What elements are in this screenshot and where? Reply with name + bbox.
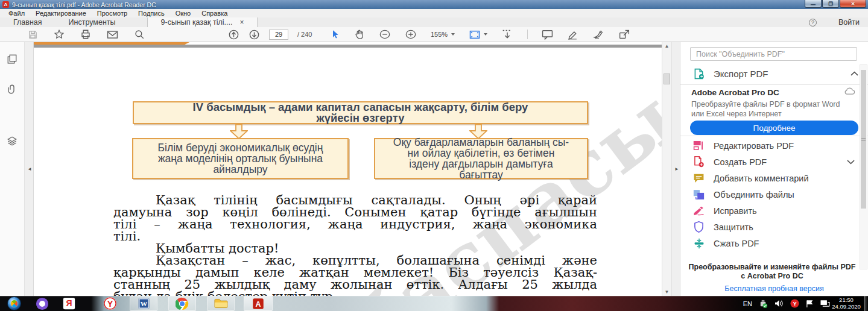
document-text-line: тілі – жаңа технология, жаңа индустрия, … — [113, 218, 597, 230]
attachments-icon[interactable] — [6, 83, 18, 95]
svg-text:A: A — [255, 300, 261, 308]
page-width-icon[interactable] — [501, 27, 513, 42]
toolbar: 29 / 240 155% — [0, 27, 868, 42]
scroll-up-icon[interactable]: ▲ — [662, 43, 671, 49]
chevron-up-icon[interactable] — [851, 71, 858, 76]
highlight-icon[interactable] — [567, 27, 578, 42]
search-icon[interactable] — [134, 27, 145, 42]
details-button[interactable]: Подробнее — [690, 121, 858, 135]
taskbar-clock[interactable]: 21:50 24.09.2020 — [829, 297, 863, 310]
menu-bar: ФайлРедактированиеПросмотрПодписьОкноСпр… — [0, 9, 868, 17]
close-button[interactable]: ✕ — [840, 0, 866, 8]
tools-search-input[interactable] — [690, 47, 857, 61]
svg-text:Y: Y — [107, 299, 113, 309]
show-desktop-button[interactable] — [864, 296, 868, 311]
document-text-line: қарқынды дамып келе жатқан мемлекет! Біз… — [113, 266, 597, 278]
taskbar-yandex-browser-icon[interactable]: Y — [98, 296, 121, 311]
diagram-box-line: жүйесін өзгерту — [193, 113, 528, 124]
minimize-button[interactable]: — — [805, 0, 822, 8]
panel-tool-edit-pdf[interactable]: Редактировать PDF — [680, 137, 868, 154]
combine-files-icon — [693, 189, 705, 200]
zoom-dropdown-icon[interactable] — [451, 33, 455, 36]
left-sidebar — [0, 42, 24, 296]
panel-splitter[interactable]: ► — [671, 42, 680, 296]
flag-tray-icon[interactable] — [806, 300, 814, 308]
diagram-box-line: бағыттау — [393, 169, 569, 180]
sidebar-splitter[interactable]: ◄ — [24, 42, 34, 296]
menu-item-2[interactable]: Просмотр — [92, 10, 133, 17]
chevron-down-icon[interactable] — [847, 160, 855, 165]
page-fit-icon[interactable] — [469, 27, 487, 42]
layers-icon[interactable] — [6, 135, 18, 147]
yandex-tray-icon[interactable]: Y — [790, 299, 799, 308]
menu-item-4[interactable]: Окно — [170, 10, 197, 17]
network-tray-icon[interactable] — [820, 300, 830, 307]
taskbar-app-browser-icon[interactable] — [34, 296, 50, 311]
language-indicator[interactable]: EN — [743, 300, 752, 307]
taskbar-acrobat-icon[interactable]: A — [244, 296, 273, 311]
document-text-line: тілі. — [113, 230, 597, 242]
page-thumbnails-icon[interactable] — [6, 53, 18, 65]
tab-tools[interactable]: Инструменты — [55, 17, 129, 27]
previous-page-icon[interactable] — [228, 27, 239, 42]
zoom-out-icon[interactable] — [379, 27, 391, 42]
taskbar-word-icon[interactable]: W — [130, 296, 157, 311]
hand-tool-icon[interactable] — [354, 27, 365, 42]
select-tool-icon[interactable] — [331, 27, 340, 42]
maximize-button[interactable]: ❐ — [822, 0, 839, 8]
scrollbar-thumb[interactable] — [664, 74, 670, 84]
collapse-left-icon[interactable]: ◄ — [27, 166, 32, 172]
fill-sign-icon[interactable] — [618, 27, 630, 42]
taskbar-chrome-icon[interactable] — [168, 296, 196, 311]
taskbar-explorer-icon[interactable] — [207, 296, 235, 311]
panel-tool-protect[interactable]: Защитить — [680, 219, 868, 235]
panel-scrollbar[interactable] — [860, 64, 867, 269]
panel-scrollbar-thumb[interactable] — [861, 70, 866, 209]
fix-icon — [693, 205, 705, 216]
scroll-down-icon[interactable]: ▼ — [662, 289, 671, 295]
email-icon[interactable] — [107, 27, 118, 42]
sign-in-link[interactable]: Войти — [838, 18, 860, 27]
taskbar-yandex-icon[interactable]: Я — [60, 296, 77, 311]
protect-icon — [693, 221, 705, 233]
save-icon[interactable] — [28, 27, 38, 42]
sign-icon[interactable] — [592, 27, 604, 42]
panel-tool-add-comment[interactable]: Добавить комментарий — [680, 170, 868, 186]
page-top-edge — [34, 45, 662, 48]
usb-tray-icon[interactable] — [759, 300, 768, 308]
diagram-box-line: жаңа моделінің орталық буынына — [158, 153, 323, 164]
zoom-level-value[interactable]: 155% — [431, 31, 448, 38]
clock-date: 24.09.2020 — [829, 304, 863, 310]
free-trial-link[interactable]: Бесплатная пробная версия — [680, 284, 868, 293]
expand-right-icon[interactable]: ► — [674, 166, 679, 172]
document-scrollbar[interactable]: ▲ ▼ — [662, 42, 671, 296]
star-icon[interactable] — [54, 27, 65, 42]
diagram-box-line: Оқу бағдарламаларын баланың сы- — [393, 137, 569, 148]
comment-icon[interactable] — [542, 27, 553, 42]
menu-item-3[interactable]: Подпись — [133, 10, 170, 17]
help-icon[interactable]: ? — [809, 19, 817, 27]
start-button[interactable] — [6, 296, 22, 311]
compress-pdf-icon — [693, 237, 705, 249]
tab-close-icon[interactable]: × — [239, 18, 244, 27]
panel-tool-compress-pdf[interactable]: Сжать PDF — [680, 235, 868, 251]
volume-tray-icon[interactable] — [775, 300, 784, 307]
panel-tool-combine-files[interactable]: Объединить файлы — [680, 186, 868, 203]
acrobat-pro-title: Adobe Acrobat Pro DC — [691, 88, 779, 97]
export-pdf-header[interactable]: Экспорт PDF — [680, 65, 868, 82]
tab-document[interactable]: 9-сынып қазақ тілі.... × — [147, 17, 258, 27]
zoom-in-icon[interactable] — [405, 27, 417, 42]
next-page-icon[interactable] — [249, 27, 260, 42]
panel-tool-fix[interactable]: Исправить — [680, 203, 868, 219]
print-icon[interactable] — [80, 27, 91, 42]
tab-home[interactable]: Главная — [0, 17, 55, 27]
page-number-input[interactable]: 29 — [269, 30, 288, 40]
document-pane: баспасы IV басымдық – адами капитал сапа… — [34, 42, 662, 296]
menu-item-1[interactable]: Редактирование — [30, 10, 92, 17]
export-pdf-icon — [692, 68, 705, 80]
menu-item-0[interactable]: Файл — [3, 10, 30, 17]
diagram-top-box: IV басымдық – адами капитал сапасын жақс… — [133, 101, 588, 124]
menu-item-5[interactable]: Справка — [196, 10, 233, 17]
tab-document-label: 9-сынып қазақ тілі.... — [161, 18, 233, 27]
panel-tool-create-pdf[interactable]: Создать PDF — [680, 154, 868, 170]
